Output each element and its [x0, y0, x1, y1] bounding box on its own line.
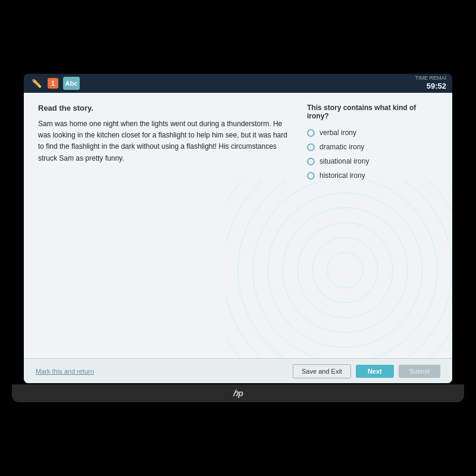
abc-icon: Abc	[63, 77, 80, 90]
laptop-bottom: ℎp	[12, 384, 464, 402]
content-area: Read the story. Sam was home one night w…	[24, 93, 452, 358]
option-verbal-label: verbal irony	[320, 129, 356, 137]
timer-value: 59:52	[415, 82, 446, 92]
mark-return-link[interactable]: Mark this and return	[36, 368, 94, 375]
right-panel: This story contains what kind of irony? …	[307, 104, 438, 352]
option-verbal[interactable]: verbal irony	[307, 129, 438, 137]
screen-content: Read the story. Sam was home one night w…	[24, 93, 452, 383]
bottom-bar: Mark this and return Save and Exit Next …	[24, 358, 452, 383]
save-exit-button[interactable]: Save and Exit	[293, 364, 351, 378]
option-situational[interactable]: situational irony	[307, 157, 438, 165]
radio-verbal[interactable]	[307, 129, 315, 137]
timer-area: TIME REMAI 59:52	[415, 75, 446, 92]
eraser-icon: ✏️	[30, 77, 43, 90]
options-list: verbal irony dramatic irony situational …	[307, 129, 438, 180]
option-dramatic-label: dramatic irony	[320, 143, 364, 151]
next-button[interactable]: Next	[356, 365, 394, 378]
option-historical[interactable]: historical irony	[307, 171, 438, 180]
option-dramatic[interactable]: dramatic irony	[307, 143, 438, 151]
option-historical-label: historical irony	[320, 171, 365, 180]
left-panel: Read the story. Sam was home one night w…	[38, 104, 307, 352]
radio-dramatic[interactable]	[307, 143, 315, 151]
radio-situational[interactable]	[307, 158, 315, 165]
bottom-buttons: Save and Exit Next Submit	[293, 364, 440, 378]
story-text: Sam was home one night when the lights w…	[38, 118, 295, 164]
top-bar: ✏️ 1 Abc TIME REMAI 59:52	[24, 74, 452, 93]
timer-label: TIME REMAI	[415, 75, 446, 82]
submit-button[interactable]: Submit	[399, 365, 440, 378]
option-situational-label: situational irony	[320, 157, 369, 165]
question-badge: 1	[48, 78, 58, 89]
top-bar-left: ✏️ 1 Abc	[30, 77, 83, 90]
hp-logo: ℎp	[233, 389, 243, 398]
question-label: This story contains what kind of irony?	[307, 104, 438, 120]
read-story-label: Read the story.	[38, 104, 295, 112]
radio-historical[interactable]	[307, 172, 315, 180]
laptop-screen: ✏️ 1 Abc TIME REMAI 59:52	[24, 74, 452, 383]
